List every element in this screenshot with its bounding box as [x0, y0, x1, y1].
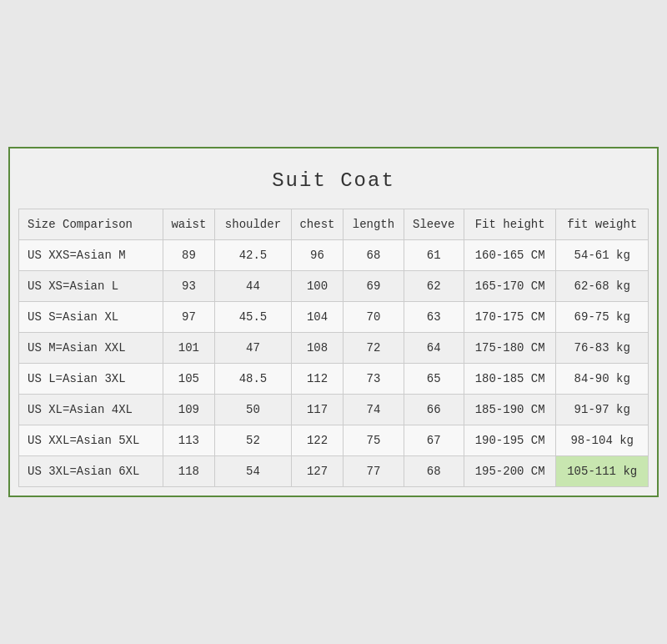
size-table: Size ComparisonwaistshoulderchestlengthS…: [18, 209, 649, 487]
table-cell-4-2: 48.5: [215, 364, 291, 395]
table-cell-0-7: 54-61 kg: [556, 240, 649, 271]
table-cell-4-0: US L=Asian 3XL: [19, 364, 163, 395]
table-cell-4-7: 84-90 kg: [556, 364, 649, 395]
table-cell-3-2: 47: [215, 333, 291, 364]
table-cell-5-2: 50: [215, 395, 291, 425]
table-row: US M=Asian XXL101471087264175-180 CM76-8…: [19, 333, 649, 364]
column-header-1: waist: [163, 209, 215, 240]
table-cell-2-2: 45.5: [215, 302, 291, 333]
table-cell-5-0: US XL=Asian 4XL: [19, 395, 163, 425]
table-cell-2-5: 63: [404, 302, 464, 333]
table-row: US XS=Asian L93441006962165-170 CM62-68 …: [19, 271, 649, 302]
table-row: US L=Asian 3XL10548.51127365180-185 CM84…: [19, 364, 649, 395]
table-cell-7-7: 105-111 kg: [556, 456, 649, 487]
table-cell-7-3: 127: [291, 456, 344, 487]
table-cell-0-3: 96: [291, 240, 344, 271]
table-header-row: Size ComparisonwaistshoulderchestlengthS…: [19, 209, 649, 240]
table-cell-6-3: 122: [291, 425, 344, 456]
table-cell-1-5: 62: [404, 271, 464, 302]
table-cell-1-1: 93: [163, 271, 215, 302]
table-cell-7-5: 68: [404, 456, 464, 487]
table-cell-2-0: US S=Asian XL: [19, 302, 163, 333]
table-cell-4-4: 73: [344, 364, 404, 395]
column-header-5: Sleeve: [404, 209, 464, 240]
table-cell-1-4: 69: [344, 271, 404, 302]
column-header-3: chest: [291, 209, 344, 240]
table-cell-4-1: 105: [163, 364, 215, 395]
table-cell-2-7: 69-75 kg: [556, 302, 649, 333]
table-cell-2-3: 104: [291, 302, 344, 333]
table-cell-1-3: 100: [291, 271, 344, 302]
table-cell-5-7: 91-97 kg: [556, 395, 649, 425]
column-header-2: shoulder: [215, 209, 291, 240]
table-cell-0-4: 68: [344, 240, 404, 271]
table-cell-3-7: 76-83 kg: [556, 333, 649, 364]
table-row: US XXS=Asian M8942.5966861160-165 CM54-6…: [19, 240, 649, 271]
table-cell-7-2: 54: [215, 456, 291, 487]
table-cell-3-5: 64: [404, 333, 464, 364]
table-cell-0-6: 160-165 CM: [464, 240, 556, 271]
table-cell-3-3: 108: [291, 333, 344, 364]
table-cell-3-6: 175-180 CM: [464, 333, 556, 364]
table-cell-1-6: 165-170 CM: [464, 271, 556, 302]
column-header-7: fit weight: [556, 209, 649, 240]
page-title: Suit Coat: [18, 157, 649, 209]
table-cell-5-4: 74: [344, 395, 404, 425]
table-cell-4-3: 112: [291, 364, 344, 395]
table-cell-2-6: 170-175 CM: [464, 302, 556, 333]
table-cell-0-5: 61: [404, 240, 464, 271]
table-row: US XXL=Asian 5XL113521227567190-195 CM98…: [19, 425, 649, 456]
table-cell-3-0: US M=Asian XXL: [19, 333, 163, 364]
table-cell-1-2: 44: [215, 271, 291, 302]
column-header-0: Size Comparison: [19, 209, 163, 240]
table-cell-7-1: 118: [163, 456, 215, 487]
table-cell-5-6: 185-190 CM: [464, 395, 556, 425]
table-cell-6-4: 75: [344, 425, 404, 456]
table-cell-6-2: 52: [215, 425, 291, 456]
table-cell-1-0: US XS=Asian L: [19, 271, 163, 302]
table-row: US XL=Asian 4XL109501177466185-190 CM91-…: [19, 395, 649, 425]
table-cell-0-1: 89: [163, 240, 215, 271]
table-cell-6-0: US XXL=Asian 5XL: [19, 425, 163, 456]
table-cell-7-4: 77: [344, 456, 404, 487]
table-cell-4-6: 180-185 CM: [464, 364, 556, 395]
table-cell-3-4: 72: [344, 333, 404, 364]
table-cell-1-7: 62-68 kg: [556, 271, 649, 302]
column-header-6: Fit height: [464, 209, 556, 240]
table-cell-7-6: 195-200 CM: [464, 456, 556, 487]
main-container: Suit Coat Size Comparisonwaistshoulderch…: [8, 147, 659, 497]
table-cell-2-4: 70: [344, 302, 404, 333]
table-cell-6-6: 190-195 CM: [464, 425, 556, 456]
table-cell-5-3: 117: [291, 395, 344, 425]
table-cell-5-1: 109: [163, 395, 215, 425]
table-cell-0-0: US XXS=Asian M: [19, 240, 163, 271]
table-cell-0-2: 42.5: [215, 240, 291, 271]
table-cell-5-5: 66: [404, 395, 464, 425]
table-cell-3-1: 101: [163, 333, 215, 364]
column-header-4: length: [344, 209, 404, 240]
table-cell-6-5: 67: [404, 425, 464, 456]
table-cell-4-5: 65: [404, 364, 464, 395]
table-cell-6-7: 98-104 kg: [556, 425, 649, 456]
table-row: US S=Asian XL9745.51047063170-175 CM69-7…: [19, 302, 649, 333]
table-cell-7-0: US 3XL=Asian 6XL: [19, 456, 163, 487]
table-body: US XXS=Asian M8942.5966861160-165 CM54-6…: [19, 240, 649, 487]
table-cell-2-1: 97: [163, 302, 215, 333]
table-row: US 3XL=Asian 6XL118541277768195-200 CM10…: [19, 456, 649, 487]
table-cell-6-1: 113: [163, 425, 215, 456]
